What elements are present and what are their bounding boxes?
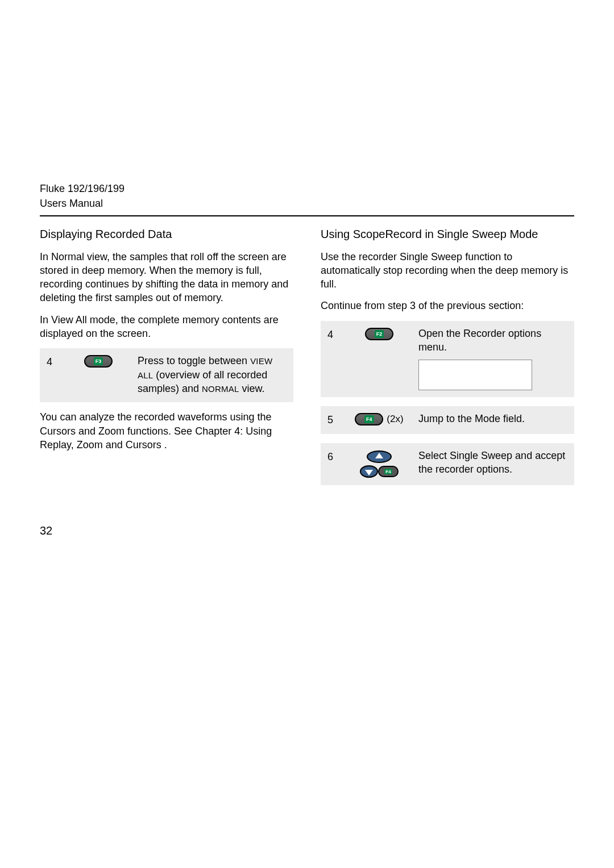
step-keys: F4 xyxy=(348,449,410,478)
right-column: Using ScopeRecord in Single Sweep Mode U… xyxy=(321,227,574,493)
right-step-5: 5 F4 (2x) Jump to the Mode field. xyxy=(321,406,574,433)
page-number: 32 xyxy=(40,523,52,539)
left-para-1: In Normal view, the samples that roll of… xyxy=(40,250,293,305)
left-step-4: 4 F3 Press to toggle between VIEW ALL (o… xyxy=(40,348,293,402)
f3-key-icon: F3 xyxy=(84,355,113,368)
right-step-6: 6 F4 Select xyxy=(321,443,574,485)
f2-key-icon: F2 xyxy=(365,328,393,340)
step-number: 5 xyxy=(327,412,340,427)
right-para-1: Use the recorder Single Sweep function t… xyxy=(321,250,574,291)
arrow-down-f4-icon: F4 xyxy=(359,465,399,478)
key-press-count: (2x) xyxy=(387,413,403,426)
step-number: 6 xyxy=(327,449,340,464)
step-keys: F4 (2x) xyxy=(348,412,410,426)
header-rule xyxy=(40,215,574,216)
left-section-title: Displaying Recorded Data xyxy=(40,227,293,242)
step-description: Open the Recorder options menu. xyxy=(418,327,567,391)
step-number: 4 xyxy=(47,354,59,369)
content-columns: Displaying Recorded Data In Normal view,… xyxy=(40,227,574,493)
left-para-3: You can analyze the recorded waveforms u… xyxy=(40,410,293,452)
step-keys: F3 xyxy=(67,354,130,368)
step-description: Select Single Sweep and accept the recor… xyxy=(418,449,567,477)
subtitle-line: Users Manual xyxy=(40,197,574,210)
f4-key-icon: F4 xyxy=(355,413,383,425)
page-header: Fluke 192/196/199 Users Manual xyxy=(40,182,574,216)
product-line: Fluke 192/196/199 xyxy=(40,182,574,195)
left-para-2: In View All mode, the complete memory co… xyxy=(40,313,293,341)
right-step-4: 4 F2 Open the Recorder options menu. xyxy=(321,321,574,398)
step-keys: F2 xyxy=(348,327,410,340)
right-section-title: Using ScopeRecord in Single Sweep Mode xyxy=(321,227,574,242)
right-para-2: Continue from step 3 of the previous sec… xyxy=(321,299,574,312)
manual-page: Fluke 192/196/199 Users Manual Displayin… xyxy=(40,182,574,823)
arrow-up-icon xyxy=(366,450,392,463)
step-number: 4 xyxy=(327,327,340,341)
right-steps-group: 4 F2 Open the Recorder options menu. 5 F… xyxy=(321,321,574,485)
step-description: Jump to the Mode field. xyxy=(418,412,567,425)
left-column: Displaying Recorded Data In Normal view,… xyxy=(40,227,293,493)
step-description: Press to toggle between VIEW ALL (overvi… xyxy=(138,354,287,395)
svg-text:F4: F4 xyxy=(385,469,391,474)
recorder-menu-screenshot xyxy=(418,360,532,390)
